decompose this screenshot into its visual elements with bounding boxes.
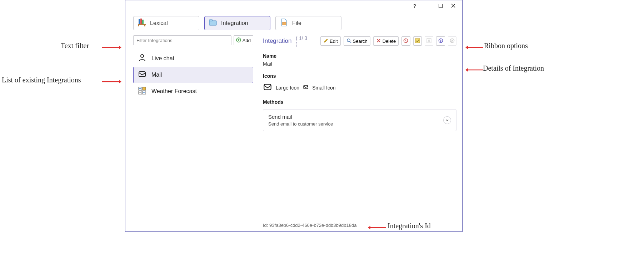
svg-rect-3 xyxy=(138,24,146,25)
cancel-circle-button[interactable] xyxy=(448,36,456,46)
integration-list: Live chat Mail xyxy=(133,50,253,100)
tabbar: Lexical Integration File xyxy=(125,11,462,33)
method-text: Send mail Send email to customer service xyxy=(268,114,333,127)
svg-rect-26 xyxy=(264,84,271,90)
list-item-mail[interactable]: Mail xyxy=(133,67,253,83)
arrow-icon xyxy=(102,79,121,85)
add-button[interactable]: Add xyxy=(234,35,253,45)
svg-rect-6 xyxy=(209,21,216,25)
method-title: Send mail xyxy=(268,114,333,120)
add-label: Add xyxy=(243,38,251,43)
arrow-icon xyxy=(102,45,121,51)
list-item-live-chat[interactable]: Live chat xyxy=(133,50,253,67)
plus-icon xyxy=(236,37,241,44)
svg-marker-36 xyxy=(368,226,370,229)
methods-label: Methods xyxy=(263,99,456,105)
filter-input[interactable] xyxy=(133,35,231,45)
filter-row: Add xyxy=(133,35,253,45)
mail-icon-small xyxy=(303,84,309,91)
svg-rect-0 xyxy=(139,19,140,24)
app-window: ? Lexical xyxy=(125,0,463,232)
arrow-icon xyxy=(465,67,483,73)
svg-marker-32 xyxy=(465,46,468,49)
download-icon xyxy=(438,38,443,44)
svg-text:+: + xyxy=(139,91,141,94)
name-value: Mail xyxy=(263,61,456,67)
left-pane: Add Live chat xyxy=(125,33,253,231)
right-pane: Integration ( 1/ 3 ) Edit Search xyxy=(257,33,462,231)
close-button[interactable] xyxy=(451,3,456,8)
chevron-down-icon[interactable] xyxy=(443,116,451,124)
id-value: 93fa3eb6-cdd2-466e-b72e-ddb3b9db18da xyxy=(269,223,356,228)
list-item-weather[interactable]: + Weather Forecast xyxy=(133,83,253,100)
tab-file[interactable]: File xyxy=(275,16,341,30)
svg-rect-8 xyxy=(283,22,286,25)
svg-point-19 xyxy=(143,92,145,93)
download-button[interactable] xyxy=(436,36,445,46)
cancel-circle-icon xyxy=(450,38,455,44)
search-icon xyxy=(346,38,351,44)
delete-button[interactable]: Delete xyxy=(373,36,399,46)
folder-icon xyxy=(208,18,218,29)
list-item-label: Mail xyxy=(151,72,162,78)
svg-point-10 xyxy=(141,55,144,57)
svg-rect-27 xyxy=(304,85,308,88)
mail-icon xyxy=(138,70,146,80)
svg-rect-1 xyxy=(140,19,142,24)
ribbon-count: ( 1/ 3 ) xyxy=(296,35,308,47)
svg-rect-22 xyxy=(415,39,420,43)
check-button[interactable] xyxy=(413,36,422,46)
svg-rect-5 xyxy=(144,25,145,26)
annot-ribbon-options: Ribbon options xyxy=(484,42,528,50)
svg-marker-34 xyxy=(465,68,468,72)
help-icon[interactable]: ? xyxy=(412,3,417,8)
arrow-icon xyxy=(465,45,483,51)
icons-label: Icons xyxy=(263,73,456,79)
annot-integration-id: Integration's Id xyxy=(388,222,431,230)
annot-details: Details of Integration xyxy=(483,64,544,72)
minimize-button[interactable] xyxy=(425,3,430,8)
pencil-icon xyxy=(323,38,328,44)
svg-rect-2 xyxy=(142,20,144,24)
history-button[interactable] xyxy=(401,36,410,46)
x-box-icon xyxy=(426,38,431,44)
search-label: Search xyxy=(353,39,368,44)
file-icon xyxy=(279,18,289,29)
weather-icon: + xyxy=(138,86,146,96)
list-item-label: Live chat xyxy=(151,55,174,62)
name-label: Name xyxy=(263,53,456,59)
annot-text-filter: Text filter xyxy=(61,42,89,50)
search-button[interactable]: Search xyxy=(344,36,370,46)
mail-icon-large xyxy=(263,82,272,93)
maximize-button[interactable] xyxy=(438,3,443,8)
small-icon-label: Small Icon xyxy=(312,85,335,91)
disabled-x-button[interactable] xyxy=(425,36,433,46)
edit-label: Edit xyxy=(330,39,338,44)
delete-label: Delete xyxy=(383,39,396,44)
method-card[interactable]: Send mail Send email to customer service xyxy=(263,109,456,131)
svg-rect-7 xyxy=(209,20,213,21)
id-label: Id: xyxy=(263,223,268,228)
delete-icon xyxy=(376,38,381,44)
annot-list-existing: List of existing Integrations xyxy=(2,76,81,84)
person-icon xyxy=(138,54,146,63)
large-icon-label: Large Icon xyxy=(276,85,299,91)
svg-marker-31 xyxy=(119,80,121,83)
body: Add Live chat xyxy=(125,33,462,231)
titlebar: ? xyxy=(125,0,462,11)
svg-point-17 xyxy=(143,88,145,90)
svg-marker-29 xyxy=(119,46,121,49)
tab-integration[interactable]: Integration xyxy=(204,16,270,30)
ribbon-title: Integration xyxy=(263,37,291,45)
tab-label: Integration xyxy=(221,20,248,26)
edit-button[interactable]: Edit xyxy=(320,36,340,46)
svg-rect-11 xyxy=(139,72,145,77)
svg-point-20 xyxy=(347,39,350,42)
check-icon xyxy=(415,38,420,44)
arrow-icon xyxy=(368,225,386,231)
history-icon xyxy=(403,38,408,44)
tab-lexical[interactable]: Lexical xyxy=(133,16,199,30)
icons-row: Large Icon Small Icon xyxy=(263,82,456,93)
method-desc: Send email to customer service xyxy=(268,121,333,127)
svg-point-16 xyxy=(139,88,141,90)
